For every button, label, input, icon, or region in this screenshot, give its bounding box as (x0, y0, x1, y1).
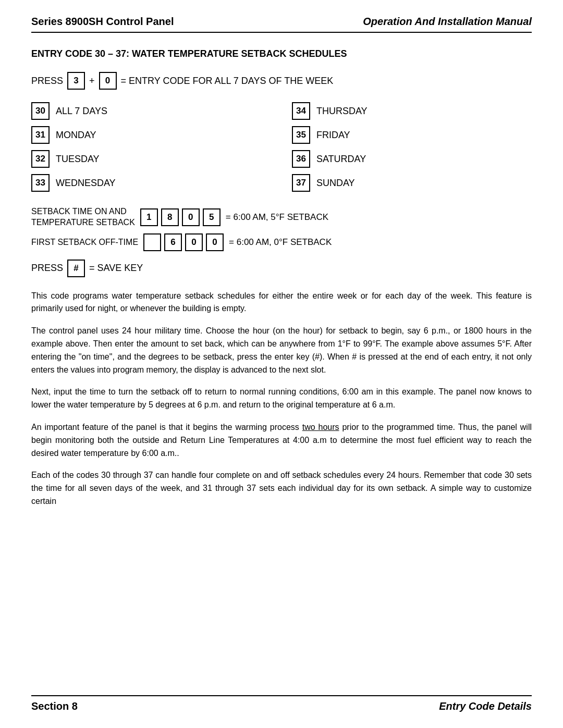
day-label-33: WEDNESDAY (56, 178, 116, 189)
paragraph-2: The control panel uses 24 hour military … (31, 325, 532, 376)
header-title-right: Operation And Installation Manual (363, 16, 532, 28)
setback-off-row: FIRST SETBACK OFF-TIME 6 0 0 = 6:00 AM, … (31, 233, 532, 251)
setback-on-key-5: 5 (203, 208, 221, 226)
plus-sign: + (89, 76, 95, 87)
press-equals-text: = ENTRY CODE FOR ALL 7 DAYS OF THE WEEK (121, 76, 334, 87)
day-label-37: SUNDAY (316, 178, 355, 189)
paragraph-5: Each of the codes 30 through 37 can hand… (31, 469, 532, 508)
setback-label-line1: SETBACK TIME ON AND (31, 206, 135, 217)
setback-on-key-0: 0 (182, 208, 200, 226)
key-31: 31 (31, 126, 50, 144)
page: Series 8900SH Control Panel Operation An… (0, 0, 563, 728)
key-34: 34 (292, 102, 310, 120)
day-row-31: 31 MONDAY (31, 126, 271, 144)
setback-on-row: SETBACK TIME ON AND TEMPERATURE SETBACK … (31, 206, 532, 228)
page-footer: Section 8 Entry Code Details (31, 695, 532, 712)
footer-details: Entry Code Details (439, 700, 532, 712)
main-content: ENTRY CODE 30 – 37: WATER TEMPERATURE SE… (31, 48, 532, 695)
save-key-row: PRESS # = SAVE KEY (31, 260, 532, 277)
setback-off-empty-box (143, 233, 161, 251)
setback-off-label: FIRST SETBACK OFF-TIME (31, 238, 138, 247)
day-row-34: 34 THURSDAY (292, 102, 532, 120)
setback-off-equals: = 6:00 AM, 0°F SETBACK (229, 237, 332, 248)
day-label-30: ALL 7 DAYS (56, 106, 107, 117)
day-row-36: 36 SATURDAY (292, 150, 532, 168)
page-header: Series 8900SH Control Panel Operation An… (31, 16, 532, 33)
key-35: 35 (292, 126, 310, 144)
key-32: 32 (31, 150, 50, 168)
setback-label-line2: TEMPERATURE SETBACK (31, 217, 135, 228)
day-row-32: 32 TUESDAY (31, 150, 271, 168)
two-hours-underline: two hours (302, 423, 339, 431)
footer-section: Section 8 (31, 700, 78, 712)
key-36: 36 (292, 150, 310, 168)
setback-on-key-1: 1 (140, 208, 158, 226)
day-label-34: THURSDAY (316, 106, 368, 117)
key-30: 30 (31, 102, 50, 120)
setback-off-key-0a: 0 (185, 233, 203, 251)
day-row-33: 33 WEDNESDAY (31, 174, 271, 192)
key-3: 3 (67, 72, 85, 90)
save-press-label: PRESS (31, 263, 63, 274)
day-label-35: FRIDAY (316, 130, 350, 141)
section-title: ENTRY CODE 30 – 37: WATER TEMPERATURE SE… (31, 48, 532, 59)
setback-section: SETBACK TIME ON AND TEMPERATURE SETBACK … (31, 206, 532, 251)
day-label-32: TUESDAY (56, 154, 100, 165)
save-equals-text: = SAVE KEY (89, 263, 143, 274)
day-row-37: 37 SUNDAY (292, 174, 532, 192)
paragraph-3: Next, input the time to turn the setback… (31, 386, 532, 412)
key-0: 0 (99, 72, 117, 90)
setback-on-key-8: 8 (161, 208, 179, 226)
days-grid: 30 ALL 7 DAYS 34 THURSDAY 31 MONDAY 35 F… (31, 102, 532, 192)
header-title-left: Series 8900SH Control Panel (31, 16, 174, 28)
key-hash: # (67, 260, 85, 277)
press-label: PRESS (31, 76, 63, 87)
paragraph-1: This code programs water temperature set… (31, 290, 532, 316)
day-label-31: MONDAY (56, 130, 96, 141)
setback-off-key-6: 6 (164, 233, 182, 251)
day-row-35: 35 FRIDAY (292, 126, 532, 144)
key-37: 37 (292, 174, 310, 192)
key-33: 33 (31, 174, 50, 192)
paragraph-4: An important feature of the panel is tha… (31, 421, 532, 460)
setback-on-equals: = 6:00 AM, 5°F SETBACK (226, 212, 328, 223)
setback-on-label: SETBACK TIME ON AND TEMPERATURE SETBACK (31, 206, 135, 228)
setback-off-key-0b: 0 (206, 233, 224, 251)
day-label-36: SATURDAY (316, 154, 366, 165)
day-row-30: 30 ALL 7 DAYS (31, 102, 271, 120)
press-entry-row: PRESS 3 + 0 = ENTRY CODE FOR ALL 7 DAYS … (31, 72, 532, 90)
